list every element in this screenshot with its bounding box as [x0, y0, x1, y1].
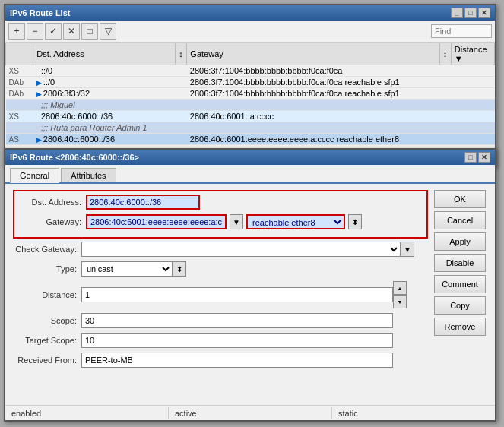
flag-cell: AS — [6, 134, 33, 145]
route-list-controls: _ □ ✕ — [451, 8, 490, 18]
copy-toolbar-button[interactable]: □ — [81, 23, 98, 40]
gateway-cell: 2806:40c:6001::a:cccc — [187, 111, 439, 122]
copy-button[interactable]: Copy — [434, 296, 486, 315]
check-gateway-btn[interactable]: ▼ — [401, 242, 414, 257]
dst-cell: ::/0 — [33, 65, 176, 77]
status-active: active — [169, 407, 332, 419]
tab-general[interactable]: General — [10, 168, 59, 183]
table-row[interactable]: DAb ▶::/0 2806:3f7:1004:bbbb:bbbb:bbbb:f… — [6, 77, 495, 88]
gateway-cell: 2806:3f7:1004:bbbb:bbbb:bbbb:f0ca:f0ca r… — [187, 88, 439, 100]
distance-input[interactable] — [81, 287, 393, 302]
type-row: Type: unicast ⬍ — [13, 261, 428, 277]
flag-cell: XS — [6, 111, 33, 122]
dst-cell: 2806:40c:6000::/36 — [33, 111, 176, 122]
distance-label: Distance: — [13, 290, 81, 299]
remove-button[interactable]: − — [27, 23, 43, 40]
gateway-input[interactable] — [86, 214, 227, 229]
table-row[interactable]: DAb ▶2806:3f3:/32 2806:3f7:1004:bbbb:bbb… — [6, 88, 495, 100]
route-table: Dst. Address ↕ Gateway ↕ Distance ▼ XS :… — [5, 43, 495, 145]
check-button[interactable]: ✓ — [45, 23, 62, 40]
distance-up-btn[interactable]: ▲ — [393, 281, 407, 295]
gateway-label: Gateway: — [17, 217, 86, 226]
gateway-dropdown-button[interactable]: ▼ — [230, 214, 243, 229]
type-btn[interactable]: ⬍ — [173, 261, 186, 277]
distance-input-row: ▲ ▼ — [81, 281, 407, 308]
sort-cell — [176, 111, 187, 122]
route-table-container[interactable]: Dst. Address ↕ Gateway ↕ Distance ▼ XS :… — [5, 43, 495, 153]
filter-button[interactable]: ▽ — [100, 23, 116, 40]
cancel-toolbar-button[interactable]: ✕ — [63, 23, 80, 40]
ok-button[interactable]: OK — [434, 190, 486, 208]
scope-label: Scope: — [13, 316, 81, 325]
flag-cell: XS — [6, 65, 33, 77]
dst-cell: ▶2806:3f3:/32 — [33, 88, 176, 100]
col-dst: Dst. Address — [33, 43, 176, 65]
distance-down-btn[interactable]: ▼ — [393, 295, 407, 308]
col-distance: Distance ▼ — [451, 43, 494, 65]
add-button[interactable]: + — [8, 23, 25, 40]
apply-button[interactable]: Apply — [434, 232, 486, 251]
toolbar: + − ✓ ✕ □ ▽ — [5, 21, 495, 43]
target-scope-row: Target Scope: — [13, 333, 428, 348]
cancel-button[interactable]: Cancel — [434, 211, 486, 229]
dst-cell: ▶::/0 — [33, 77, 176, 88]
tab-attributes[interactable]: Attributes — [61, 168, 116, 182]
disable-button[interactable]: Disable — [434, 254, 486, 272]
check-gateway-row: Check Gateway: ▼ — [13, 242, 428, 257]
find-input[interactable] — [431, 24, 492, 38]
dst-address-input[interactable] — [86, 195, 200, 210]
gateway-select-btn[interactable]: ⬍ — [348, 214, 362, 229]
dst-address-row: Dst. Address: — [17, 195, 423, 210]
gateway-inputs: ▼ reachable ether8 ⬍ — [86, 214, 362, 229]
flag-cell — [6, 122, 33, 134]
gateway-select[interactable]: reachable ether8 — [246, 214, 345, 229]
detail-close-button[interactable]: ✕ — [478, 152, 490, 163]
remove-button[interactable]: Remove — [434, 318, 486, 336]
target-scope-label: Target Scope: — [13, 336, 81, 345]
route-list-title: IPv6 Route List — [10, 8, 70, 17]
col-gateway: Gateway — [187, 43, 439, 65]
check-gateway-select[interactable] — [81, 242, 401, 257]
table-row-selected[interactable]: AS ▶2806:40c:6000::/36 2806:40c:6001:eee… — [6, 134, 495, 145]
distance-cell — [451, 77, 494, 88]
highlighted-section: Dst. Address: Gateway: ▼ reachable ether… — [13, 190, 428, 239]
route-detail-window: IPv6 Route <2806:40c:6000::/36> □ ✕ Gene… — [4, 148, 496, 422]
form-area: Dst. Address: Gateway: ▼ reachable ether… — [5, 184, 495, 378]
sort-cell — [176, 77, 187, 88]
close-button[interactable]: ✕ — [478, 8, 490, 18]
status-bar: enabled active static — [5, 405, 495, 420]
scope-input[interactable] — [81, 313, 393, 328]
table-comment-row: ;;; Ruta para Router Admin 1 — [6, 122, 495, 134]
distance-cell — [451, 111, 494, 122]
distance-cell — [451, 65, 494, 77]
table-comment-row: ;;; Miguel — [6, 100, 495, 111]
gateway-row: Gateway: ▼ reachable ether8 ⬍ — [17, 214, 423, 229]
type-select[interactable]: unicast — [81, 261, 173, 277]
comment-button[interactable]: Comment — [434, 275, 486, 293]
detail-minimize-button[interactable]: □ — [464, 152, 477, 163]
table-row[interactable]: XS 2806:40c:6000::/36 2806:40c:6001::a:c… — [6, 111, 495, 122]
received-from-row: Received From: — [13, 353, 428, 368]
sort-cell — [176, 65, 187, 77]
type-label: Type: — [13, 264, 81, 274]
dst-cell: ;;; Miguel — [33, 100, 495, 111]
check-gateway-label: Check Gateway: — [13, 245, 81, 254]
distance-cell — [451, 134, 494, 145]
maximize-button[interactable]: □ — [464, 8, 477, 18]
distance-cell — [451, 88, 494, 100]
sidebar-buttons: OK Cancel Apply Disable Comment Copy Rem… — [434, 190, 487, 372]
dst-cell: ;;; Ruta para Router Admin 1 — [33, 122, 495, 134]
gateway-cell: 2806:3f7:1004:bbbb:bbbb:bbbb:f0ca:f0ca r… — [187, 77, 439, 88]
target-scope-input[interactable] — [81, 333, 393, 348]
col-flag — [6, 43, 33, 65]
route-detail-titlebar: IPv6 Route <2806:40c:6000::/36> □ ✕ — [5, 150, 495, 165]
tab-bar: General Attributes — [5, 165, 495, 184]
table-row[interactable]: XS ::/0 2806:3f7:1004:bbbb:bbbb:bbbb:f0c… — [6, 65, 495, 77]
gateway-cell: 2806:3f7:1004:bbbb:bbbb:bbbb:f0ca:f0ca — [187, 65, 439, 77]
received-from-input[interactable] — [81, 353, 393, 368]
route-list-window: IPv6 Route List _ □ ✕ + − ✓ ✕ □ ▽ Dst. A… — [4, 4, 496, 167]
minimize-button[interactable]: _ — [451, 8, 463, 18]
flag-cell: DAb — [6, 88, 33, 100]
sort-cell2 — [439, 111, 451, 122]
status-enabled: enabled — [5, 407, 169, 419]
